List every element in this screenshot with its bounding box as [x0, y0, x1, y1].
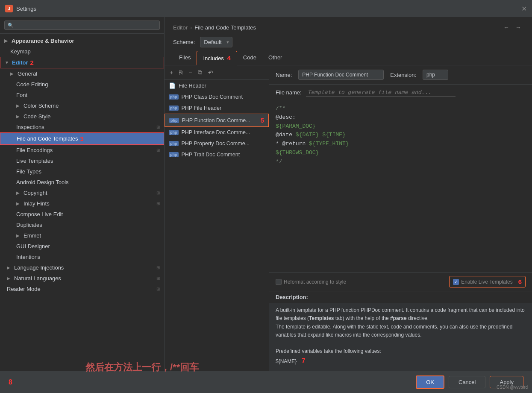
tab-includes[interactable]: Includes 4: [197, 51, 237, 65]
remove-button[interactable]: −: [187, 68, 194, 77]
sidebar-item-code-editing[interactable]: Code Editing: [0, 79, 164, 90]
app-icon: J: [5, 5, 13, 12]
sidebar-item-duplicates[interactable]: Duplicates: [0, 220, 164, 230]
filename-input[interactable]: [306, 88, 456, 97]
lang-injections-icon: ⊞: [156, 265, 160, 270]
sidebar-item-general[interactable]: ▶ General: [0, 68, 164, 79]
reformat-checkbox-label[interactable]: Reformat according to style: [276, 279, 346, 285]
right-panel: Editor › File and Code Templates ← → Sch…: [165, 17, 532, 371]
sidebar-nav: ▶ Appearance & Behavior Keymap ▼ Editor …: [0, 34, 164, 371]
inlay-hints-icon: ⊞: [156, 201, 160, 206]
breadcrumb-current: File and Code Templates: [194, 24, 256, 31]
search-icon: 🔍: [8, 23, 14, 28]
forward-button[interactable]: →: [513, 23, 523, 32]
list-item-file-header[interactable]: 📄 File Header: [165, 80, 269, 91]
sidebar-item-inspections[interactable]: Inspections ⊞: [0, 122, 164, 132]
desc-bold-parse: #parse: [390, 315, 407, 321]
list-panel: + ⎘ − ⧉ ↶ 📄 File Header: [165, 65, 269, 371]
sidebar-item-intentions[interactable]: Intentions: [0, 252, 164, 262]
close-button[interactable]: ✕: [521, 5, 527, 13]
breadcrumb-parent: Editor: [173, 24, 188, 31]
expand-arrow-emmet-icon: ▶: [16, 233, 21, 238]
expand-arrow-general-icon: ▶: [10, 71, 15, 76]
sidebar-item-label: Live Templates: [16, 158, 53, 164]
list-item-label: PHP Trait Doc Comment: [182, 152, 240, 158]
add-button[interactable]: +: [168, 68, 175, 77]
php-badge-trait: php: [169, 152, 179, 157]
expand-arrow-lang-icon: ▶: [7, 265, 12, 270]
sidebar-item-label: Compose Live Edit: [16, 211, 63, 217]
code-editor[interactable]: /** @desc: ${PARAM_DOC} @date ${DATE} ${…: [269, 100, 532, 272]
list-item-php-trait[interactable]: php PHP Trait Doc Comment: [165, 149, 269, 160]
sidebar-item-gui-designer[interactable]: GUI Designer: [0, 241, 164, 252]
list-toolbar: + ⎘ − ⧉ ↶: [165, 65, 269, 80]
scheme-label: Scheme:: [173, 39, 195, 45]
list-item-label: PHP Class Doc Comment: [182, 94, 243, 100]
list-item-php-file-header[interactable]: php PHP File Header: [165, 103, 269, 114]
tab-other[interactable]: Other: [262, 51, 288, 65]
extension-input[interactable]: [423, 70, 448, 80]
enable-live-templates-label[interactable]: Enable Live Templates 6: [449, 276, 526, 287]
sidebar-item-inlay-hints[interactable]: ▶ Inlay Hints ⊞: [0, 198, 164, 209]
php-badge-interface: php: [169, 130, 179, 135]
list-item-php-property[interactable]: php PHP Property Doc Comme...: [165, 138, 269, 149]
breadcrumb: Editor › File and Code Templates: [173, 24, 256, 31]
sidebar-item-label: Inlay Hints: [24, 200, 50, 207]
reformat-checkbox[interactable]: [276, 279, 282, 285]
cancel-button[interactable]: Cancel: [449, 376, 485, 388]
back-button[interactable]: ←: [501, 23, 511, 32]
annotation-8: 8: [9, 378, 12, 386]
sidebar-item-code-style[interactable]: ▶ Code Style: [0, 111, 164, 122]
sidebar-item-editor[interactable]: ▼ Editor 2: [0, 57, 164, 68]
list-item-php-class[interactable]: php PHP Class Doc Comment: [165, 91, 269, 103]
filename-row: File name:: [269, 85, 532, 100]
sidebar-item-appearance[interactable]: ▶ Appearance & Behavior: [0, 35, 164, 46]
sidebar-item-keymap[interactable]: Keymap: [0, 46, 164, 57]
sidebar: 🔍 ▶ Appearance & Behavior Keymap ▼ Edito…: [0, 17, 165, 371]
description-content: A built-in template for a PHP function P…: [269, 303, 532, 371]
sidebar-item-natural-languages[interactable]: ▶ Natural Languages ⊞: [0, 273, 164, 284]
sidebar-item-copyright[interactable]: ▶ Copyright ⊞: [0, 188, 164, 198]
sidebar-item-color-scheme[interactable]: ▶ Color Scheme: [0, 100, 164, 111]
sidebar-item-reader-mode[interactable]: Reader Mode ⊞: [0, 284, 164, 294]
enable-live-templates-checkbox[interactable]: [453, 279, 459, 285]
php-badge-class: php: [169, 94, 179, 100]
natural-lang-icon: ⊞: [156, 276, 160, 281]
expand-arrow-copyright-icon: ▶: [16, 191, 21, 195]
search-input[interactable]: [16, 22, 156, 28]
sidebar-item-language-injections[interactable]: ▶ Language Injections ⊞: [0, 262, 164, 273]
copy-button[interactable]: ⎘: [177, 68, 184, 77]
scheme-select[interactable]: Default Project: [200, 37, 232, 47]
breadcrumb-separator: ›: [190, 24, 192, 31]
list-item-php-interface[interactable]: php PHP Interface Doc Comme...: [165, 127, 269, 138]
editor-meta: Name: Extension:: [269, 65, 532, 85]
sidebar-item-android-design-tools[interactable]: Android Design Tools: [0, 177, 164, 188]
list-item-label: PHP Interface Doc Comme...: [182, 129, 250, 135]
main-content: 🔍 ▶ Appearance & Behavior Keymap ▼ Edito…: [0, 17, 532, 371]
sidebar-item-font[interactable]: Font: [0, 90, 164, 100]
sidebar-item-file-types[interactable]: File Types: [0, 166, 164, 177]
settings-window: J Settings ✕ 🔍 ▶ Appearance & Behavior: [0, 0, 532, 393]
list-item-php-function-doc[interactable]: php PHP Function Doc Comme... 5: [165, 114, 269, 127]
inspections-icon: ⊞: [156, 125, 160, 129]
sidebar-item-file-encodings[interactable]: File Encodings ⊞: [0, 145, 164, 155]
scheme-select-wrap[interactable]: Default Project: [200, 37, 232, 47]
sidebar-item-compose-live-edit[interactable]: Compose Live Edit: [0, 209, 164, 220]
sidebar-item-file-code-templates[interactable]: File and Code Templates 3: [0, 132, 164, 145]
sidebar-item-label: Color Scheme: [24, 103, 59, 109]
duplicate-button[interactable]: ⧉: [196, 68, 204, 77]
revert-button[interactable]: ↶: [206, 68, 215, 77]
expand-arrow-natural-icon: ▶: [7, 276, 12, 281]
tab-code[interactable]: Code: [237, 51, 262, 65]
file-header-icon: 📄: [169, 82, 176, 89]
name-input[interactable]: [298, 70, 384, 80]
ok-button[interactable]: OK: [416, 375, 444, 389]
sidebar-item-label: Copyright: [24, 190, 47, 196]
search-input-wrap[interactable]: 🔍: [4, 21, 160, 30]
tab-files[interactable]: Files: [173, 51, 197, 65]
sidebar-item-live-templates[interactable]: Live Templates: [0, 155, 164, 166]
list-item-label: PHP File Header: [182, 105, 222, 111]
expand-arrow-inlay-icon: ▶: [16, 201, 21, 206]
php-badge-file-header: php: [169, 106, 179, 111]
sidebar-item-emmet[interactable]: ▶ Emmet: [0, 230, 164, 241]
